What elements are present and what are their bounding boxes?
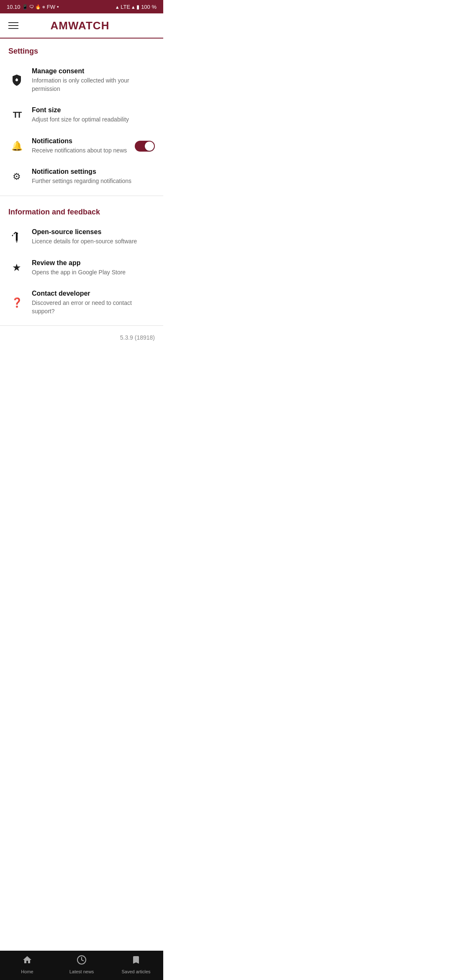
bell-icon: 🔔: [8, 138, 25, 155]
open-source-text: Open-source licenses Licence details for…: [32, 228, 155, 246]
app-logo: AMWATCH: [20, 19, 140, 32]
notifications-toggle-container[interactable]: [135, 141, 155, 152]
review-app-title: Review the app: [32, 259, 155, 267]
font-size-title: Font size: [32, 106, 155, 114]
signal-bars: ▴: [132, 4, 135, 10]
svg-rect-1: [16, 78, 17, 79]
content: Settings Manage consent Information is o…: [0, 39, 163, 379]
open-source-title: Open-source licenses: [32, 228, 155, 236]
bottom-divider: [0, 325, 163, 326]
shield-icon: [8, 72, 25, 89]
status-left: 10.10 📱 🗨 🔥 ⎈ FW •: [7, 4, 59, 10]
dot: •: [57, 4, 59, 10]
oss-icon: [5, 225, 29, 249]
hamburger-menu[interactable]: [7, 21, 20, 31]
review-app-text: Review the app Opens the app in Google P…: [32, 259, 155, 277]
manage-consent-text: Manage consent Information is only colle…: [32, 67, 155, 93]
logo-watch: WATCH: [68, 19, 109, 32]
font-size-desc: Adjust font size for optimal readability: [32, 116, 155, 124]
notification-icons: 📱 🗨 🔥 ⎈: [22, 4, 45, 10]
notifications-toggle[interactable]: [135, 141, 155, 152]
logo-am: AM: [51, 19, 68, 32]
notification-settings-text: Notification settings Further settings r…: [32, 168, 155, 186]
time: 10.10: [7, 4, 21, 10]
header: AMWATCH: [0, 13, 163, 39]
notifications-item[interactable]: 🔔 Notifications Receive notifications ab…: [0, 131, 163, 162]
manage-consent-title: Manage consent: [32, 67, 155, 75]
star-icon: ★: [8, 259, 25, 276]
open-source-item[interactable]: Open-source licenses Licence details for…: [0, 222, 163, 253]
review-app-item[interactable]: ★ Review the app Opens the app in Google…: [0, 253, 163, 284]
font-size-icon: TT: [8, 107, 25, 124]
notification-settings-title: Notification settings: [32, 168, 155, 175]
info-feedback-section: Information and feedback Open-source lic…: [0, 199, 163, 322]
contact-developer-desc: Discovered an error or need to contact s…: [32, 299, 155, 315]
version-text: 5.3.9 (18918): [0, 329, 163, 346]
notifications-desc: Receive notifications about top news: [32, 147, 135, 155]
gear-icon: ⚙: [8, 168, 25, 185]
contact-developer-text: Contact developer Discovered an error or…: [32, 290, 155, 315]
info-feedback-section-title: Information and feedback: [0, 199, 163, 222]
settings-section: Settings Manage consent Information is o…: [0, 39, 163, 192]
open-source-desc: Licence details for open-source software: [32, 237, 155, 246]
battery-level: 100 %: [141, 4, 157, 10]
status-right: ▴ LTE ▴ ▮ 100 %: [116, 4, 157, 10]
contact-developer-item[interactable]: ❓ Contact developer Discovered an error …: [0, 283, 163, 322]
carrier: FW: [47, 4, 55, 10]
manage-consent-desc: Information is only collected with your …: [32, 77, 155, 93]
font-size-text: Font size Adjust font size for optimal r…: [32, 106, 155, 124]
notifications-title: Notifications: [32, 137, 135, 145]
contact-developer-title: Contact developer: [32, 290, 155, 297]
section-divider: [0, 196, 163, 196]
settings-section-title: Settings: [0, 39, 163, 61]
wifi-icon: ▴: [116, 4, 119, 10]
status-bar: 10.10 📱 🗨 🔥 ⎈ FW • ▴ LTE ▴ ▮ 100 %: [0, 0, 163, 13]
notification-settings-desc: Further settings regarding notifications: [32, 177, 155, 186]
notification-settings-item[interactable]: ⚙ Notification settings Further settings…: [0, 161, 163, 192]
notifications-text: Notifications Receive notifications abou…: [32, 137, 135, 155]
battery-icon: ▮: [136, 4, 139, 10]
manage-consent-item[interactable]: Manage consent Information is only colle…: [0, 61, 163, 100]
help-icon: ❓: [8, 294, 25, 311]
signal-label: LTE: [121, 4, 130, 10]
review-app-desc: Opens the app in Google Play Store: [32, 268, 155, 277]
font-size-item[interactable]: TT Font size Adjust font size for optima…: [0, 100, 163, 131]
